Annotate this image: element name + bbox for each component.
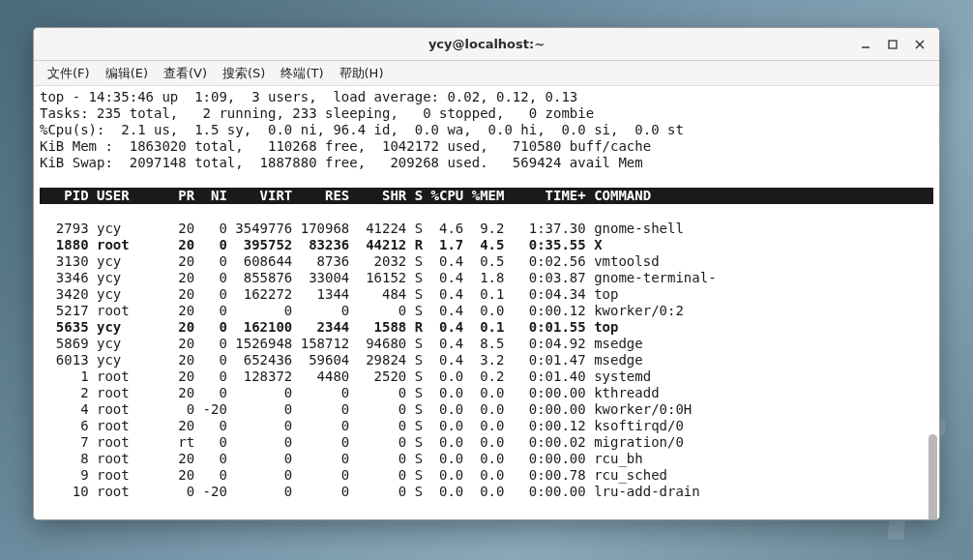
minimize-icon [860,39,871,50]
process-row: 5635 ycy 20 0 162100 2344 1588 R 0.4 0.1… [40,319,618,335]
menu-terminal[interactable]: 终端(T) [273,62,331,85]
process-row: 10 root 0 -20 0 0 0 S 0.0 0.0 0:00.00 lr… [40,484,700,499]
window-controls [852,33,933,56]
top-column-header: PID USER PR NI VIRT RES SHR S %CPU %MEM … [40,188,933,204]
process-row: 4 root 0 -20 0 0 0 S 0.0 0.0 0:00.00 kwo… [40,401,692,417]
process-row: 5217 root 20 0 0 0 0 S 0.4 0.0 0:00.12 k… [40,303,684,318]
menu-search[interactable]: 搜索(S) [215,62,273,85]
process-row: 7 root rt 0 0 0 0 S 0.0 0.0 0:00.02 migr… [40,434,684,450]
scrollbar-thumb[interactable] [929,434,937,519]
window-titlebar[interactable]: ycy@localhost:~ [34,28,939,61]
process-list: 2793 ycy 20 0 3549776 170968 41224 S 4.6… [40,221,933,500]
process-row: 1 root 20 0 128372 4480 2520 S 0.0 0.2 0… [40,368,651,384]
menu-help[interactable]: 帮助(H) [332,62,392,85]
close-icon [914,39,926,50]
terminal-area[interactable]: top - 14:35:46 up 1:09, 3 users, load av… [34,86,939,519]
process-row: 1880 root 20 0 395752 83236 44212 R 1.7 … [40,237,603,252]
process-row: 3346 ycy 20 0 855876 33004 16152 S 0.4 1… [40,270,717,285]
maximize-icon [887,39,899,50]
top-swap-line: KiB Swap: 2097148 total, 1887880 free, 2… [40,155,651,170]
menu-view[interactable]: 查看(V) [156,62,215,85]
process-row: 2793 ycy 20 0 3549776 170968 41224 S 4.6… [40,221,684,236]
window-title: ycy@localhost:~ [428,37,545,51]
process-row: 2 root 20 0 0 0 0 S 0.0 0.0 0:00.00 kthr… [40,385,660,400]
menu-file[interactable]: 文件(F) [40,62,98,85]
menubar: 文件(F) 编辑(E) 查看(V) 搜索(S) 终端(T) 帮助(H) [34,61,939,86]
process-row: 3420 ycy 20 0 162272 1344 484 S 0.4 0.1 … [40,286,618,302]
process-row: 8 root 20 0 0 0 0 S 0.0 0.0 0:00.00 rcu_… [40,451,643,466]
process-row: 9 root 20 0 0 0 0 S 0.0 0.0 0:00.78 rcu_… [40,467,667,483]
close-button[interactable] [906,33,933,56]
process-row: 3130 ycy 20 0 608644 8736 2032 S 0.4 0.5… [40,253,660,269]
top-mem-line: KiB Mem : 1863020 total, 110268 free, 10… [40,138,651,154]
menu-edit[interactable]: 编辑(E) [98,62,156,85]
terminal-window: ycy@localhost:~ 文件(F) 编辑(E) 查看(V) 搜索(S) … [33,27,940,520]
process-row: 6 root 20 0 0 0 0 S 0.0 0.0 0:00.12 ksof… [40,418,684,433]
top-summary-line: top - 14:35:46 up 1:09, 3 users, load av… [40,89,577,104]
top-tasks-line: Tasks: 235 total, 2 running, 233 sleepin… [40,105,594,121]
process-row: 5869 ycy 20 0 1526948 158712 94680 S 0.4… [40,336,643,351]
process-row: 6013 ycy 20 0 652436 59604 29824 S 0.4 3… [40,352,643,368]
top-cpu-line: %Cpu(s): 2.1 us, 1.5 sy, 0.0 ni, 96.4 id… [40,122,684,137]
scrollbar[interactable] [928,144,937,517]
maximize-button[interactable] [879,33,906,56]
minimize-button[interactable] [852,33,879,56]
svg-rect-1 [889,41,897,48]
